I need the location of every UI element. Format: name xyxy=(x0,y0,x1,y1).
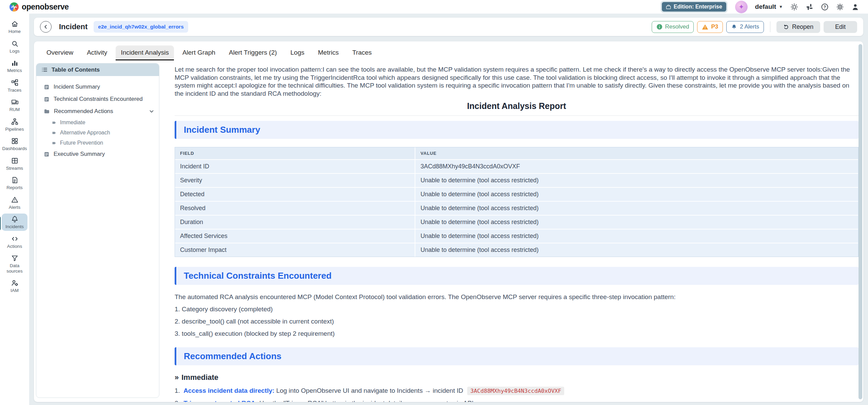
toc-header: Table of Contents xyxy=(36,63,159,76)
svg-text:?: ? xyxy=(824,4,826,9)
analysis-intro-text: Let me search for the proper tool invoca… xyxy=(175,66,859,97)
list-item: 1. Access incident data directly: Log in… xyxy=(175,387,859,394)
sidebar-item-traces[interactable]: Traces xyxy=(2,77,27,94)
sidebar-item-rum[interactable]: RUM xyxy=(2,96,27,114)
toc-item-executive-summary[interactable]: Executive Summary xyxy=(36,148,159,160)
sidebar-nav: Home Logs Metrics Traces RUM Pipelines D… xyxy=(0,14,29,405)
table-row: Duration Unable to determine (tool acces… xyxy=(175,216,858,229)
table-row: Detected Unable to determine (tool acces… xyxy=(175,188,858,202)
sidebar-item-streams[interactable]: Streams xyxy=(2,155,27,172)
table-row: Customer Impact Unable to determine (too… xyxy=(175,243,858,257)
toc-subitem-alternative-approach[interactable]: Alternative Approach xyxy=(36,128,159,138)
section-heading-recommended-actions: Recommended Actions xyxy=(175,347,859,365)
alerts-count-badge[interactable]: 2 Alerts xyxy=(726,21,764,33)
subsection-heading-immediate: » Immediate xyxy=(175,373,859,382)
tab-metrics[interactable]: Metrics xyxy=(313,45,344,60)
section-heading-incident-summary: Incident Summary xyxy=(175,121,859,139)
help-icon[interactable]: ? xyxy=(821,3,829,11)
tag-icon xyxy=(52,141,56,145)
sidebar-item-dashboards[interactable]: Dashboards xyxy=(2,135,27,153)
ai-assistant-button[interactable]: ✦ xyxy=(735,1,748,13)
tab-logs[interactable]: Logs xyxy=(285,45,310,60)
code-brackets-icon xyxy=(11,235,19,243)
status-badge-resolved: Resolved xyxy=(652,21,694,33)
topbar: openobserve Edition: Enterprise ✦ defaul… xyxy=(0,0,868,14)
table-grid-icon xyxy=(11,157,19,165)
incident-name-chip: e2e_incid_qh7w02x_global_errors xyxy=(94,21,188,33)
theme-toggle-sun-icon[interactable] xyxy=(790,3,798,11)
note-icon xyxy=(44,151,50,157)
sidebar-item-iam[interactable]: IAM xyxy=(2,277,27,295)
sidebar-item-data-sources[interactable]: Data sources xyxy=(2,253,27,275)
openobserve-logo-icon xyxy=(9,2,19,12)
edition-icon xyxy=(666,4,671,10)
folder-icon xyxy=(44,108,50,114)
openobserve-logo[interactable]: openobserve xyxy=(9,2,69,12)
action-link: Trigger automated RCA: xyxy=(183,400,258,402)
technical-constraints-paragraph: The automated RCA analysis encountered M… xyxy=(175,293,859,301)
warning-triangle-icon xyxy=(11,196,19,204)
funnel-icon xyxy=(11,254,19,262)
sidebar-item-reports[interactable]: Reports xyxy=(2,174,27,192)
edition-badge-wrap: Edition: Enterprise xyxy=(660,1,728,13)
table-row: Severity Unable to determine (tool acces… xyxy=(175,174,858,188)
tag-icon xyxy=(52,131,56,135)
tab-activity[interactable]: Activity xyxy=(82,45,112,60)
tab-alert-triggers[interactable]: Alert Triggers (2) xyxy=(224,45,282,60)
report-title: Incident Analysis Report xyxy=(175,101,859,111)
back-button[interactable] xyxy=(40,21,52,33)
toc-item-recommended-actions[interactable]: Recommended Actions xyxy=(36,105,159,117)
tab-traces[interactable]: Traces xyxy=(347,45,377,60)
home-icon xyxy=(11,20,19,28)
toc-item-technical-constraints[interactable]: Technical Constraints Encountered xyxy=(36,93,159,105)
tab-incident-analysis[interactable]: Incident Analysis xyxy=(116,45,174,60)
table-of-contents-panel: Table of Contents Incident Summary Techn… xyxy=(36,63,159,398)
column-header-field: FIELD xyxy=(175,147,415,160)
sidebar-item-actions[interactable]: Actions xyxy=(2,233,27,251)
sparkle-icon: ✦ xyxy=(738,3,744,11)
sidebar-item-pipelines[interactable]: Pipelines xyxy=(2,116,27,133)
tag-icon xyxy=(52,121,56,125)
tab-overview[interactable]: Overview xyxy=(41,45,78,60)
edit-button[interactable]: Edit xyxy=(824,21,857,33)
chevron-down-icon[interactable] xyxy=(149,109,154,114)
note-icon xyxy=(44,96,50,102)
sidebar-item-metrics[interactable]: Metrics xyxy=(2,57,27,75)
account-person-icon[interactable] xyxy=(851,3,859,11)
document-icon xyxy=(11,176,19,184)
toc-item-incident-summary[interactable]: Incident Summary xyxy=(36,81,159,93)
info-circle-icon xyxy=(656,24,663,30)
sidebar-item-logs[interactable]: Logs xyxy=(2,38,27,55)
sidebar-item-home[interactable]: Home xyxy=(2,18,27,36)
note-icon xyxy=(44,84,50,90)
list-item: 3. tools_call() execution (blocked by st… xyxy=(175,330,859,337)
hierarchy-icon xyxy=(11,118,19,126)
toc-subitem-immediate[interactable]: Immediate xyxy=(36,117,159,128)
list-item: 1. Category discovery (completed) xyxy=(175,306,859,313)
action-link: Access incident data directly: xyxy=(183,387,274,394)
user-gear-icon xyxy=(11,279,19,287)
sidebar-item-alerts[interactable]: Alerts xyxy=(2,194,27,211)
vertical-scrollbar[interactable] xyxy=(859,44,862,399)
settings-gear-icon[interactable] xyxy=(836,3,844,11)
toc-subitem-future-prevention[interactable]: Future Prevention xyxy=(36,138,159,148)
warning-icon xyxy=(702,24,708,30)
devices-icon xyxy=(11,98,19,106)
brand-name: openobserve xyxy=(22,2,69,12)
slack-icon[interactable] xyxy=(806,3,813,11)
column-header-value: VALUE xyxy=(415,147,858,160)
analysis-document: Let me search for the proper tool invoca… xyxy=(175,63,859,402)
org-selector[interactable]: default ▼ xyxy=(755,3,783,11)
bell-icon xyxy=(11,215,19,223)
table-row: Resolved Unable to determine (tool acces… xyxy=(175,202,858,216)
reopen-button[interactable]: Reopen xyxy=(776,21,820,33)
sidebar-item-incidents[interactable]: Incidents xyxy=(2,214,27,231)
list-icon xyxy=(41,67,48,73)
table-row: Incident ID 3ACd88MXhy49cB4N3ccdA0xOVXF xyxy=(175,160,858,174)
divider xyxy=(770,21,770,32)
dashboard-grid-icon xyxy=(11,137,19,145)
refresh-icon xyxy=(783,24,789,30)
tab-alert-graph[interactable]: Alert Graph xyxy=(177,45,220,60)
incident-summary-table: FIELD VALUE Incident ID 3ACd88MXhy49cB4N… xyxy=(175,147,859,257)
incident-id-code: 3ACd88MXhy49cB4N3ccdA0xOVXF xyxy=(467,387,564,395)
